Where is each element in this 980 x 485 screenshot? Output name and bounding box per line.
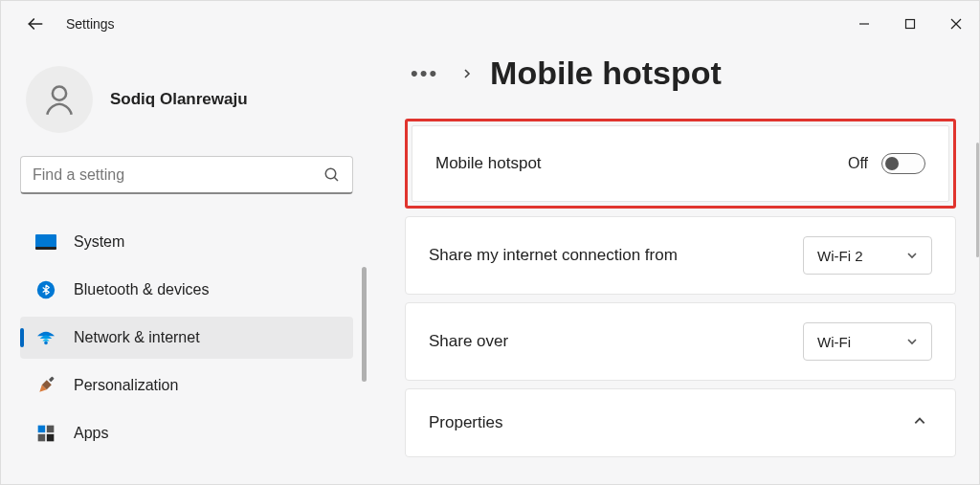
main-scrollbar[interactable] — [976, 143, 979, 257]
close-icon — [950, 18, 962, 30]
svg-rect-8 — [35, 234, 56, 249]
svg-point-5 — [53, 87, 66, 100]
sidebar-item-apps[interactable]: Apps — [20, 412, 353, 454]
window-controls — [841, 1, 979, 47]
select-value: Wi-Fi — [817, 334, 851, 350]
sidebar-item-bluetooth[interactable]: Bluetooth & devices — [20, 269, 353, 311]
sidebar-scrollbar[interactable] — [362, 267, 367, 382]
maximize-button[interactable] — [887, 1, 933, 47]
wifi-icon — [35, 327, 56, 348]
properties-label: Properties — [429, 413, 907, 432]
sidebar-item-system[interactable]: System — [20, 221, 353, 263]
sidebar: Sodiq Olanrewaju System Bluetooth & devi… — [1, 47, 374, 484]
svg-rect-16 — [47, 434, 55, 442]
highlighted-setting: Mobile hotspot Off — [405, 119, 956, 209]
arrow-left-icon — [26, 14, 45, 33]
share-from-card: Share my internet connection from Wi-Fi … — [405, 216, 956, 295]
chevron-down-icon — [906, 336, 918, 347]
personalization-icon — [35, 375, 56, 396]
sidebar-item-label: System — [74, 233, 124, 251]
app-title: Settings — [66, 16, 115, 32]
chevron-right-icon — [461, 68, 473, 79]
back-button[interactable] — [24, 12, 47, 35]
maximize-icon — [904, 18, 916, 30]
system-icon — [35, 231, 56, 253]
chevron-down-icon — [906, 250, 918, 261]
svg-rect-15 — [38, 434, 46, 442]
hotspot-label: Mobile hotspot — [435, 154, 848, 173]
properties-card[interactable]: Properties — [405, 388, 956, 457]
share-from-select[interactable]: Wi-Fi 2 — [803, 236, 932, 275]
svg-point-6 — [325, 168, 336, 179]
minimize-button[interactable] — [841, 1, 887, 47]
sidebar-item-network[interactable]: Network & internet — [20, 317, 353, 359]
toggle-state-text: Off — [848, 155, 868, 172]
sidebar-item-label: Personalization — [74, 377, 178, 394]
sidebar-item-personalization[interactable]: Personalization — [20, 364, 353, 407]
avatar — [26, 66, 93, 133]
properties-expand-button[interactable] — [907, 408, 932, 437]
username: Sodiq Olanrewaju — [110, 90, 248, 109]
titlebar: Settings — [1, 1, 979, 47]
search-input[interactable] — [33, 166, 323, 184]
minimize-icon — [858, 18, 870, 30]
sidebar-item-label: Network & internet — [74, 329, 200, 346]
toggle-knob — [885, 157, 899, 170]
share-over-card: Share over Wi-Fi — [405, 302, 956, 381]
breadcrumb-more-button[interactable]: ••• — [405, 57, 444, 90]
breadcrumb: ••• Mobile hotspot — [405, 55, 956, 92]
hotspot-toggle-card: Mobile hotspot Off — [412, 125, 949, 202]
sidebar-item-label: Apps — [74, 425, 108, 442]
toggle-group: Off — [848, 153, 925, 174]
chevron-up-icon — [913, 414, 926, 428]
share-over-label: Share over — [429, 332, 803, 351]
close-button[interactable] — [933, 1, 979, 47]
svg-rect-13 — [38, 426, 46, 433]
sidebar-item-label: Bluetooth & devices — [74, 281, 209, 298]
svg-rect-14 — [47, 426, 55, 433]
search-icon — [323, 166, 341, 184]
profile-section[interactable]: Sodiq Olanrewaju — [20, 66, 355, 133]
bluetooth-icon — [35, 279, 56, 300]
svg-rect-2 — [906, 20, 915, 29]
search-box[interactable] — [20, 156, 353, 194]
apps-icon — [35, 423, 56, 444]
select-value: Wi-Fi 2 — [817, 248, 863, 264]
main-content: ••• Mobile hotspot Mobile hotspot Off Sh… — [374, 47, 979, 484]
hotspot-toggle[interactable] — [881, 153, 925, 174]
page-title: Mobile hotspot — [490, 55, 722, 92]
svg-point-11 — [44, 342, 48, 345]
svg-rect-9 — [35, 247, 56, 250]
nav-list: System Bluetooth & devices Network & int… — [20, 221, 355, 454]
svg-rect-12 — [49, 376, 55, 382]
person-icon — [41, 81, 78, 118]
share-from-label: Share my internet connection from — [429, 246, 803, 265]
svg-line-7 — [334, 177, 338, 181]
share-over-select[interactable]: Wi-Fi — [803, 322, 932, 361]
